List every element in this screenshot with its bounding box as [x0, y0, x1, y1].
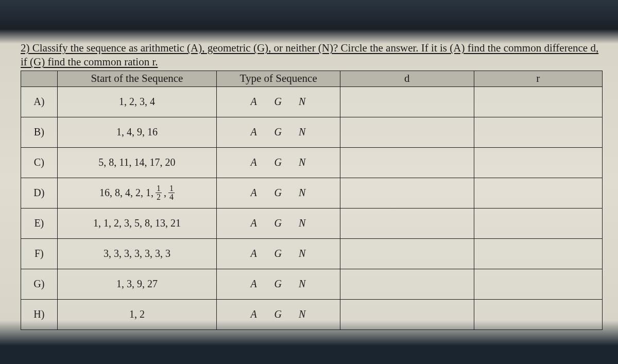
- option-g[interactable]: G: [268, 96, 289, 108]
- table-header-row: Start of the Sequence Type of Sequence d…: [21, 71, 603, 86]
- header-sequence: Start of the Sequence: [57, 71, 217, 86]
- row-sequence: 1, 2, 3, 4: [57, 86, 217, 117]
- option-n[interactable]: N: [293, 96, 313, 108]
- option-g[interactable]: G: [268, 217, 289, 229]
- row-r-answer[interactable]: [474, 208, 602, 238]
- option-a[interactable]: A: [244, 187, 265, 199]
- row-type-options[interactable]: A G N: [217, 208, 340, 238]
- row-d-answer[interactable]: [340, 147, 474, 178]
- row-label: B): [21, 117, 58, 147]
- row-label: E): [21, 208, 58, 238]
- fraction-one-quarter: 1 4: [168, 184, 175, 201]
- row-d-answer[interactable]: [340, 86, 474, 117]
- option-a[interactable]: A: [244, 308, 265, 320]
- header-type: Type of Sequence: [217, 71, 340, 86]
- row-r-answer[interactable]: [474, 117, 602, 147]
- row-sequence: 16, 8, 4, 2, 1, 1 2 , 1 4: [57, 178, 217, 208]
- row-sequence: 3, 3, 3, 3, 3, 3, 3: [57, 238, 217, 269]
- row-sequence: 1, 1, 2, 3, 5, 8, 13, 21: [57, 208, 217, 238]
- row-type-options[interactable]: A G N: [217, 269, 340, 299]
- row-type-options[interactable]: A G N: [217, 238, 340, 269]
- row-d-answer[interactable]: [340, 269, 474, 299]
- option-g[interactable]: G: [268, 278, 289, 290]
- table-row: G) 1, 3, 9, 27 A G N: [21, 269, 603, 299]
- option-a[interactable]: A: [244, 248, 265, 259]
- row-d-answer[interactable]: [340, 208, 474, 238]
- table-row: E) 1, 1, 2, 3, 5, 8, 13, 21 A G N: [21, 208, 603, 238]
- option-n[interactable]: N: [293, 248, 313, 259]
- row-d-answer[interactable]: [340, 117, 474, 147]
- row-sequence: 1, 4, 9, 16: [57, 117, 217, 147]
- option-g[interactable]: G: [268, 308, 289, 320]
- option-a[interactable]: A: [244, 157, 265, 168]
- separator: ,: [164, 187, 166, 199]
- option-a[interactable]: A: [244, 96, 265, 108]
- row-type-options[interactable]: A G N: [217, 86, 340, 117]
- row-label: H): [21, 299, 58, 330]
- option-g[interactable]: G: [268, 187, 289, 199]
- row-label: D): [21, 178, 58, 208]
- option-g[interactable]: G: [268, 126, 289, 138]
- header-r: r: [474, 71, 602, 86]
- option-n[interactable]: N: [293, 278, 313, 290]
- row-sequence: 1, 2: [57, 299, 217, 330]
- option-g[interactable]: G: [268, 248, 289, 259]
- option-n[interactable]: N: [293, 187, 313, 199]
- row-label: F): [21, 238, 58, 269]
- row-label: A): [21, 86, 58, 117]
- header-blank: [21, 71, 58, 86]
- option-a[interactable]: A: [244, 278, 265, 290]
- row-sequence: 1, 3, 9, 27: [57, 269, 217, 299]
- sequence-prefix: 16, 8, 4, 2, 1,: [99, 187, 153, 199]
- row-sequence: 5, 8, 11, 14, 17, 20: [57, 147, 217, 178]
- row-r-answer[interactable]: [474, 147, 602, 178]
- table-row: C) 5, 8, 11, 14, 17, 20 A G N: [21, 147, 603, 178]
- table-body: A) 1, 2, 3, 4 A G N B) 1, 4, 9, 16 A G N: [21, 86, 603, 330]
- table-row: D) 16, 8, 4, 2, 1, 1 2 , 1 4: [21, 178, 603, 208]
- row-r-answer[interactable]: [474, 269, 602, 299]
- row-r-answer[interactable]: [474, 299, 602, 330]
- row-d-answer[interactable]: [340, 178, 474, 208]
- question-text: 2) Classify the sequence as arithmetic (…: [21, 41, 603, 70]
- fraction-one-half: 1 2: [156, 184, 162, 201]
- row-d-answer[interactable]: [340, 299, 474, 330]
- row-d-answer[interactable]: [340, 238, 474, 269]
- row-type-options[interactable]: A G N: [217, 299, 340, 330]
- worksheet-page: 2) Classify the sequence as arithmetic (…: [21, 41, 603, 330]
- option-n[interactable]: N: [293, 308, 313, 320]
- option-a[interactable]: A: [244, 126, 265, 138]
- row-r-answer[interactable]: [474, 178, 602, 208]
- header-d: d: [340, 71, 474, 86]
- option-n[interactable]: N: [293, 157, 313, 168]
- table-row: A) 1, 2, 3, 4 A G N: [21, 86, 603, 117]
- row-r-answer[interactable]: [474, 86, 602, 117]
- row-label: G): [21, 269, 58, 299]
- row-r-answer[interactable]: [474, 238, 602, 269]
- row-label: C): [21, 147, 58, 178]
- table-row: B) 1, 4, 9, 16 A G N: [21, 117, 603, 147]
- sequence-table: Start of the Sequence Type of Sequence d…: [21, 71, 603, 330]
- option-n[interactable]: N: [293, 126, 313, 138]
- table-row: F) 3, 3, 3, 3, 3, 3, 3 A G N: [21, 238, 603, 269]
- row-type-options[interactable]: A G N: [217, 178, 340, 208]
- option-g[interactable]: G: [268, 157, 289, 168]
- row-type-options[interactable]: A G N: [217, 117, 340, 147]
- table-row: H) 1, 2 A G N: [21, 299, 603, 330]
- option-n[interactable]: N: [293, 217, 313, 229]
- option-a[interactable]: A: [244, 217, 265, 229]
- row-type-options[interactable]: A G N: [217, 147, 340, 178]
